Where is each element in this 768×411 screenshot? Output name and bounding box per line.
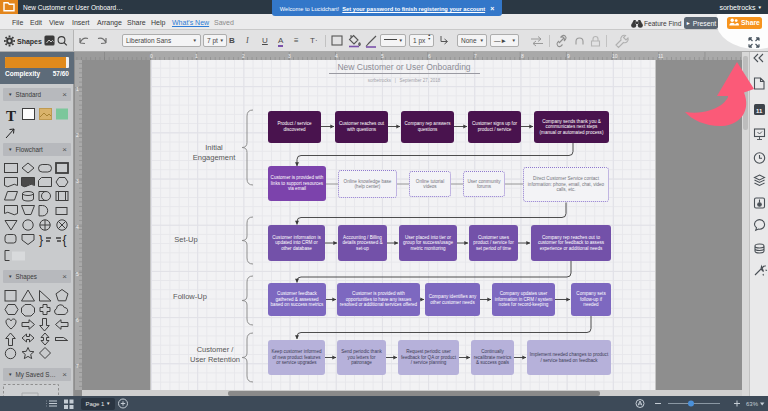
svg-text:Shapes: Shapes (17, 38, 42, 46)
svg-text:{: { (63, 233, 67, 247)
svg-text:}: } (39, 233, 43, 247)
svg-text:T: T (6, 108, 16, 124)
svg-text:63%: 63% (746, 401, 759, 407)
